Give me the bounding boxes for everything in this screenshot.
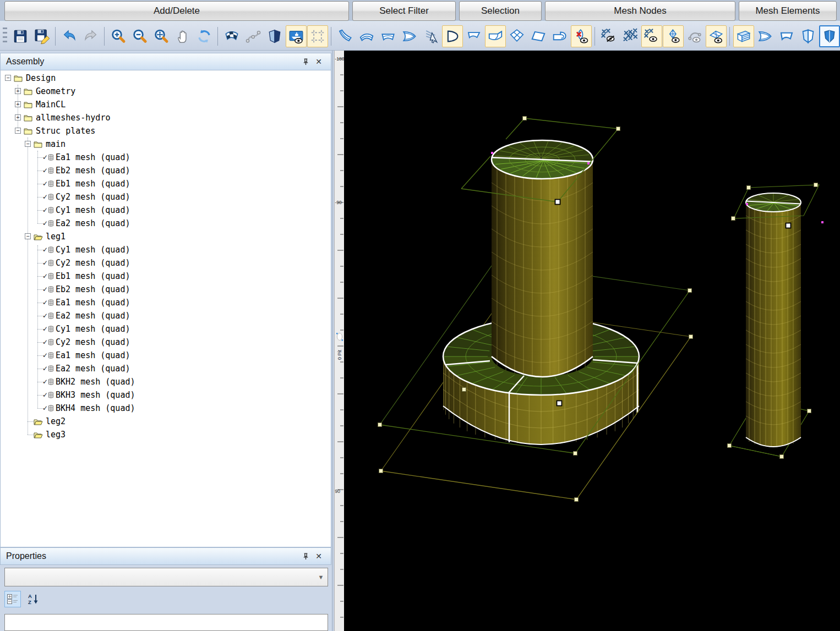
tree-item-struc-plates[interactable]: −Struc plates <box>1 124 331 138</box>
plate-icon[interactable] <box>776 25 797 47</box>
categorized-icon[interactable] <box>4 591 21 607</box>
viewport-3d-scene[interactable] <box>344 51 840 631</box>
spline-icon[interactable] <box>243 25 264 47</box>
solid-icon[interactable] <box>264 25 285 47</box>
tree-item-ea2-mesh-quad-[interactable]: ✓Ea2 mesh (quad) <box>1 362 331 375</box>
vertex-handle[interactable] <box>747 186 751 190</box>
curved-sheet-icon[interactable] <box>356 25 377 47</box>
tab-add-delete[interactable]: Add/Delete <box>4 1 349 21</box>
selection-point[interactable] <box>746 203 748 205</box>
expand-icon[interactable]: + <box>15 114 21 120</box>
shield-split-icon[interactable] <box>798 25 819 47</box>
tree-item-ea1-mesh-quad-[interactable]: ✓Ea1 mesh (quad) <box>1 296 331 309</box>
collapse-icon[interactable]: − <box>15 128 21 134</box>
curl-sheet-icon[interactable] <box>549 25 570 47</box>
save-icon[interactable] <box>10 25 31 47</box>
tree-item-leg1[interactable]: −leg1 <box>1 230 331 243</box>
vertex-handle[interactable] <box>688 289 692 293</box>
tab-mesh-nodes[interactable]: Mesh Nodes <box>545 1 735 21</box>
collapse-icon[interactable]: − <box>25 233 31 239</box>
tree-item-geometry[interactable]: +Geometry <box>1 85 331 98</box>
tab-selection[interactable]: Selection <box>459 1 542 21</box>
save-edit-icon[interactable] <box>31 25 52 47</box>
tree-item-ea2-mesh-quad-[interactable]: ✓Ea2 mesh (quad) <box>1 217 331 230</box>
folded-sheet-icon[interactable] <box>485 25 506 47</box>
toolbar-grip[interactable] <box>3 28 7 45</box>
pin-icon[interactable] <box>299 56 312 68</box>
tree-item-bkh2-mesh-quad-[interactable]: ✓BKH2 mesh (quad) <box>1 375 331 388</box>
vertex-handle[interactable] <box>732 217 735 221</box>
tree-item-eb2-mesh-quad-[interactable]: ✓Eb2 mesh (quad) <box>1 283 331 296</box>
hide-curve-icon[interactable] <box>571 25 592 47</box>
pan-icon[interactable] <box>172 25 193 47</box>
rotate-icon[interactable] <box>194 25 215 47</box>
tree-item-cy2-mesh-quad-[interactable]: ✓Cy2 mesh (quad) <box>1 336 331 349</box>
pointed-sheet-icon[interactable] <box>399 25 420 47</box>
collapse-icon[interactable]: − <box>5 75 11 81</box>
vertex-handle[interactable] <box>574 452 577 456</box>
dome-surface-icon[interactable] <box>442 25 463 47</box>
show-box-icon[interactable] <box>663 25 684 47</box>
tab-mesh-elements[interactable]: Mesh Elements <box>739 1 837 21</box>
vertex-handle[interactable] <box>523 117 527 120</box>
tree-item-eb1-mesh-quad-[interactable]: ✓Eb1 mesh (quad) <box>1 177 331 190</box>
vertex-handle[interactable] <box>575 498 579 502</box>
tree-item-cy2-mesh-quad-[interactable]: ✓Cy2 mesh (quad) <box>1 256 331 270</box>
selection-point[interactable] <box>491 152 493 154</box>
selection-point[interactable] <box>587 162 590 164</box>
tree-item-cy1-mesh-quad-[interactable]: ✓Cy1 mesh (quad) <box>1 322 331 336</box>
redo-icon[interactable] <box>80 25 101 47</box>
tree-item-cy1-mesh-quad-[interactable]: ✓Cy1 mesh (quad) <box>1 243 331 256</box>
tree-item-ea1-mesh-quad-[interactable]: ✓Ea1 mesh (quad) <box>1 349 331 362</box>
zoom-in-icon[interactable] <box>108 25 129 47</box>
plates-stack-icon[interactable] <box>733 25 754 47</box>
half-sheet-icon[interactable] <box>463 25 484 47</box>
vertex-handle[interactable] <box>617 127 620 131</box>
tree-item-leg3[interactable]: leg3 <box>1 428 331 441</box>
close-icon[interactable]: ✕ <box>312 550 325 562</box>
tree-item-bkh4-mesh-quad-[interactable]: ✓BKH4 mesh (quad) <box>1 402 331 415</box>
tree-item-ea1-mesh-quad-[interactable]: ✓Ea1 mesh (quad) <box>1 151 331 164</box>
pointed-plate-icon[interactable] <box>755 25 776 47</box>
tree-item-leg2[interactable]: leg2 <box>1 415 331 428</box>
show-mesh-icon[interactable] <box>706 25 727 47</box>
quad-mesh-icon[interactable] <box>506 25 527 47</box>
tree-item-eb2-mesh-quad-[interactable]: ✓Eb2 mesh (quad) <box>1 164 331 177</box>
pin-icon[interactable] <box>299 550 312 562</box>
view-model-icon[interactable] <box>286 25 307 47</box>
vertex-handle[interactable] <box>378 423 382 427</box>
select-surface-icon[interactable] <box>421 25 441 47</box>
tree-item-eb1-mesh-quad-[interactable]: ✓Eb1 mesh (quad) <box>1 270 331 283</box>
vertex-handle[interactable] <box>814 183 818 187</box>
tree-item-maincl[interactable]: +MainCL <box>1 98 331 111</box>
tree-item-ea2-mesh-quad-[interactable]: ✓Ea2 mesh (quad) <box>1 309 331 322</box>
shield-icon[interactable] <box>819 25 840 47</box>
properties-object-dropdown[interactable]: ▼ <box>4 568 328 586</box>
vertex-handle[interactable] <box>689 335 693 339</box>
tree-item-main[interactable]: −main <box>1 138 331 151</box>
collapse-icon[interactable]: − <box>25 141 31 147</box>
close-icon[interactable]: ✕ <box>312 56 325 68</box>
flat-sheet-icon[interactable] <box>378 25 399 47</box>
selection-point[interactable] <box>821 221 823 223</box>
tree-item-cy2-mesh-quad-[interactable]: ✓Cy2 mesh (quad) <box>1 190 331 204</box>
zoom-window-icon[interactable] <box>151 25 172 47</box>
curved-surface-icon[interactable] <box>335 25 356 47</box>
work-plane-icon[interactable] <box>307 25 328 47</box>
expand-icon[interactable]: + <box>15 101 21 107</box>
assembly-tree[interactable]: −Design+Geometry+MainCL+allmeshes-hydro−… <box>0 70 331 547</box>
mesh-flag-icon[interactable] <box>221 25 242 47</box>
viewport-3d[interactable] <box>344 51 840 631</box>
show-nodes-icon[interactable] <box>641 25 662 47</box>
vertex-handle[interactable] <box>808 409 811 413</box>
nodes-icon[interactable] <box>620 25 641 47</box>
tree-item-bkh3-mesh-quad-[interactable]: ✓BKH3 mesh (quad) <box>1 388 331 402</box>
expand-icon[interactable]: + <box>15 88 21 94</box>
tree-item-cy1-mesh-quad-[interactable]: ✓Cy1 mesh (quad) <box>1 204 331 217</box>
selected-vertex-handle[interactable] <box>555 200 560 205</box>
flat-panel-icon[interactable] <box>528 25 549 47</box>
hide-nodes-icon[interactable] <box>598 25 619 47</box>
vertex-handle[interactable] <box>780 455 784 459</box>
show-curve-points-icon[interactable] <box>684 25 705 47</box>
zoom-out-icon[interactable] <box>129 25 150 47</box>
